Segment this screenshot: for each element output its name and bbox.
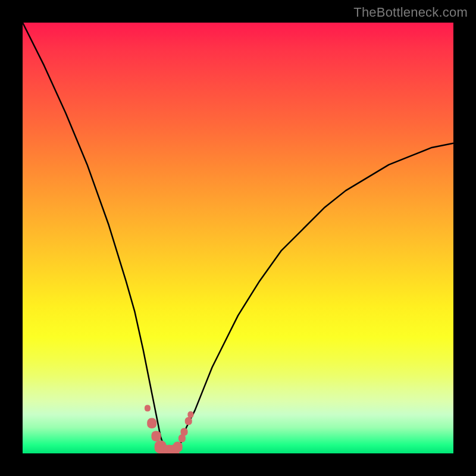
plot-area [23, 23, 453, 453]
marker-dot [181, 428, 188, 436]
marker-dot [185, 417, 192, 425]
optimal-zone-markers [145, 405, 193, 453]
curve-path [23, 23, 453, 453]
bottleneck-curve [23, 23, 453, 453]
marker-dot [187, 411, 193, 418]
marker-dot [147, 418, 156, 429]
marker-dot [173, 441, 183, 452]
watermark-text: TheBottleneck.com [353, 5, 468, 20]
marker-dot [145, 405, 151, 411]
chart-frame: TheBottleneck.com [0, 0, 476, 476]
marker-dot [151, 431, 161, 441]
chart-svg [23, 23, 453, 453]
